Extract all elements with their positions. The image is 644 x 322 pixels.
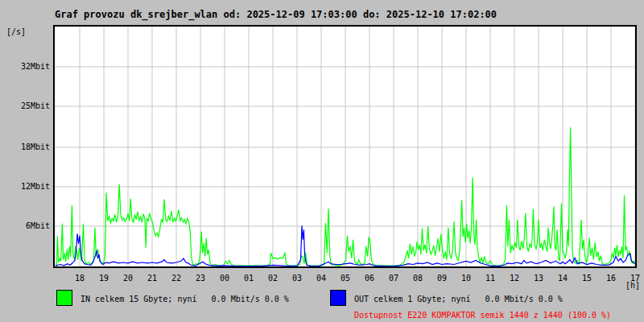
availability-status-text: Dostupnost E220 KOMPAKTOR semik 1440 z 1… <box>354 311 611 320</box>
x-axis-tick-label: 00 <box>215 274 234 283</box>
out-legend-label: OUT celkem 1 Gbyte; nyní 0.0 Mbit/s 0.0 … <box>354 295 563 303</box>
y-axis-unit-label: [/s] <box>6 27 26 36</box>
x-axis-tick-label: 14 <box>553 274 572 283</box>
y-axis-tick-label: 12Mbit <box>0 182 50 191</box>
x-axis-tick-label: 06 <box>360 274 379 283</box>
x-axis-tick-label: 18 <box>70 274 89 283</box>
in-legend-swatch <box>56 290 72 306</box>
x-axis-tick-label: 05 <box>336 274 355 283</box>
out-legend-swatch <box>330 290 346 306</box>
x-axis-tick-label: 02 <box>263 274 283 283</box>
x-axis-tick-label: 08 <box>408 274 427 283</box>
x-axis-tick-label: 19 <box>94 274 114 283</box>
x-axis-tick-label: 22 <box>167 274 186 283</box>
x-axis-tick-label: 12 <box>505 274 524 283</box>
x-axis-tick-label: 13 <box>529 274 548 283</box>
x-axis-tick-label: 07 <box>384 274 403 283</box>
y-axis-tick-label: 32Mbit <box>0 62 50 71</box>
x-axis-tick-label: 03 <box>287 274 307 283</box>
x-axis-tick-label: 20 <box>118 274 138 283</box>
y-axis-tick-label: 6Mbit <box>0 221 50 230</box>
x-axis-tick-label: 11 <box>481 274 500 283</box>
traffic-graph-page: Graf provozu dk_srejber_wlan od: 2025-12… <box>0 0 644 322</box>
x-axis-tick-label: 09 <box>432 274 452 283</box>
x-axis-tick-label: 04 <box>312 274 331 283</box>
y-axis-tick-label: 25Mbit <box>0 101 50 110</box>
x-axis-tick-label: 21 <box>142 274 162 283</box>
x-axis-unit-label: [h] <box>625 281 640 290</box>
in-legend-label: IN celkem 15 Gbyte; nyní 0.0 Mbit/s 0.0 … <box>80 295 289 303</box>
x-axis-tick-label: 23 <box>191 274 210 283</box>
x-axis-tick-label: 10 <box>456 274 476 283</box>
traffic-plot <box>53 25 637 268</box>
graph-title: Graf provozu dk_srejber_wlan od: 2025-12… <box>55 9 497 20</box>
x-axis-tick-label: 16 <box>601 274 621 283</box>
y-axis-tick-label: 18Mbit <box>0 142 50 151</box>
x-axis-tick-label: 15 <box>577 274 597 283</box>
x-axis-tick-label: 01 <box>239 274 258 283</box>
